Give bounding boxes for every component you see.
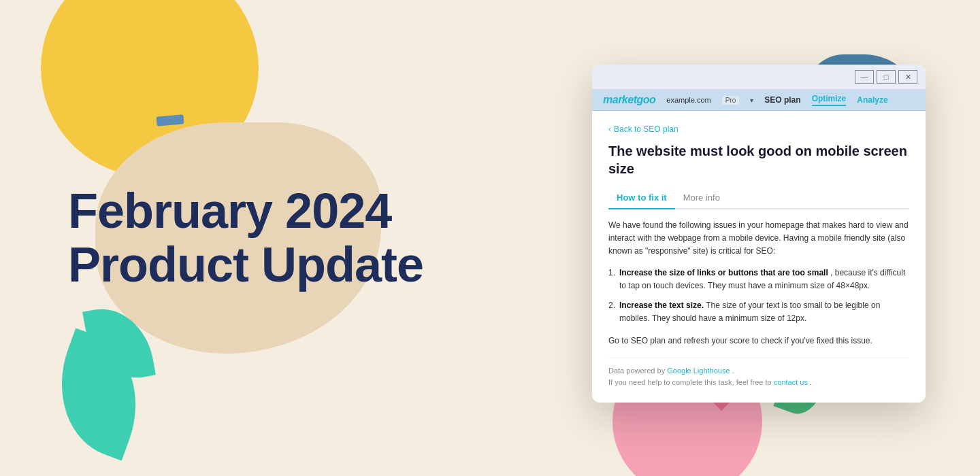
browser-content: ‹ Back to SEO plan The website must look… (592, 111, 926, 403)
footer-period: . (732, 367, 734, 375)
tab-how-to-fix[interactable]: How to fix it (608, 188, 675, 208)
brand-logo: marketgoo (603, 94, 655, 106)
page-title: The website must look good on mobile scr… (608, 142, 909, 177)
back-chevron-icon: ‹ (608, 124, 611, 134)
content-list: Increase the size of links or buttons th… (608, 267, 909, 326)
close-button[interactable]: ✕ (898, 70, 917, 84)
hero-text-block: February 2024 Product Update (68, 184, 423, 292)
list-item-1-bold: Increase the size of links or buttons th… (619, 268, 828, 277)
teal-leaf-shape (39, 328, 159, 461)
footer-text-2: If you need help to complete this task, … (608, 378, 774, 386)
footer-line1: Data powered by Google Lighthouse . (608, 365, 909, 377)
list-item-1: Increase the size of links or buttons th… (608, 267, 909, 292)
minimize-button[interactable]: — (855, 70, 874, 84)
list-item-2-bold: Increase the text size. (619, 301, 704, 310)
contact-us-link[interactable]: contact us (774, 378, 808, 386)
footer-end: . (810, 378, 812, 386)
back-to-seo-plan-link[interactable]: ‹ Back to SEO plan (608, 124, 909, 134)
blue-rect-shape (156, 114, 184, 126)
list-item-2: Increase the text size. The size of your… (608, 299, 909, 325)
footer-note: Data powered by Google Lighthouse . If y… (608, 358, 909, 389)
yellow-circle-shape (41, 0, 259, 177)
footer-line2: If you need help to complete this task, … (608, 377, 909, 389)
hero-title-line2: Product Update (68, 237, 423, 292)
nav-badge: Pro (722, 96, 740, 105)
nav-chevron-icon: ▾ (750, 97, 753, 104)
hero-title: February 2024 Product Update (68, 184, 423, 292)
maximize-button[interactable]: □ (877, 70, 896, 84)
content-tabs: How to fix it More info (608, 188, 909, 209)
content-intro: We have found the following issues in yo… (608, 219, 909, 258)
go-to-plan-text: Go to SEO plan and refresh your score to… (608, 335, 909, 347)
footer-text-1: Data powered by (608, 367, 667, 375)
browser-navbar: marketgoo example.com Pro ▾ SEO plan Opt… (592, 90, 926, 111)
nav-url: example.com (666, 96, 710, 104)
tab-more-info[interactable]: More info (675, 188, 728, 208)
back-link-label: Back to SEO plan (614, 124, 679, 134)
nav-analyze[interactable]: Analyze (857, 95, 887, 105)
teal-leaf2-shape (82, 301, 156, 386)
browser-window: — □ ✕ marketgoo example.com Pro ▾ SEO pl… (592, 65, 926, 403)
browser-titlebar: — □ ✕ (592, 65, 926, 90)
hero-title-line1: February 2024 (68, 184, 391, 238)
nav-optimize[interactable]: Optimize (812, 94, 847, 106)
nav-seo-plan[interactable]: SEO plan (764, 95, 800, 105)
google-lighthouse-link[interactable]: Google Lighthouse (667, 367, 730, 375)
